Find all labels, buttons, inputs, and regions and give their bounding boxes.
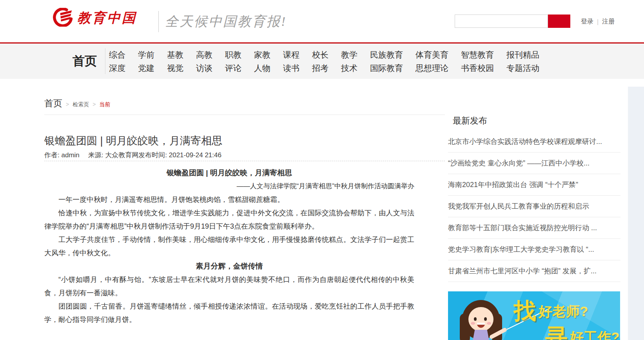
- nav-item[interactable]: 智慧教育: [461, 48, 494, 62]
- article-source: 来源: 大众教育网: [88, 151, 138, 159]
- article-paragraph: 恰逢中秋，为宣扬中秋节传统文化，增进学生实践能力，促进中外文化交流，在国际交流协…: [44, 206, 414, 233]
- latest-post-link[interactable]: “沙画绘党史 童心永向党” ——江西中小学校...: [448, 153, 620, 174]
- breadcrumb: 首页 > 检索页 > 当前: [44, 97, 110, 109]
- nav-item[interactable]: 综合: [109, 48, 125, 62]
- search-input[interactable]: [455, 15, 548, 28]
- nav-item[interactable]: 访谈: [196, 62, 212, 75]
- auth-links: 登录 | 注册: [581, 18, 615, 26]
- chevron-right-icon: >: [66, 101, 69, 107]
- article-publish-time: 发布时间: 2021-09-24 21:46: [138, 151, 221, 159]
- nav-column: 民族教育 国际教育: [370, 48, 403, 75]
- nav-divider: [105, 48, 105, 74]
- nav-item[interactable]: 高教: [196, 48, 212, 62]
- nav-item[interactable]: 学前: [138, 48, 154, 62]
- ad-banner[interactable]: 找好老师? 寻好工作?: [448, 291, 620, 340]
- nav-column: 校长 招考: [312, 48, 328, 75]
- ad-text-find: 找: [514, 298, 536, 323]
- nav-column: 高教 访谈: [196, 48, 212, 75]
- article-paragraph: ——人文与法律学院“月满寄相思”中秋月饼制作活动圆满举办: [44, 180, 414, 193]
- article-paragraph: “小饼如嚼月，中有酥与饴。”东坡居士早在宋代就对月饼的美味赞不绝口，而作为自唐朝…: [44, 273, 414, 300]
- nav-column: 家教 人物: [254, 48, 270, 75]
- cartoon-blush: [487, 322, 491, 325]
- ad-text-good-teacher: 好老师?: [539, 304, 588, 319]
- nav-item[interactable]: 评论: [225, 62, 241, 75]
- article-author: 作者: admin: [44, 151, 80, 159]
- main-nav: 首页 综合 深度 学前 党建 基教 视觉 高教 访谈 职教: [0, 44, 644, 79]
- nav-item[interactable]: 招考: [312, 62, 328, 75]
- article-meta-divider: [44, 161, 445, 161]
- article-paragraph: 一年一度中秋时，月满遥寄相思情。月饼饱装桃肉馅，雪糕甜砌蔗糖霜。: [44, 193, 414, 206]
- nav-column: 教学 技术: [341, 48, 357, 75]
- latest-posts-panel: 最新发布 北京市小学综合实践活动特色学校课程观摩研讨... “沙画绘党史 童心永…: [448, 115, 620, 282]
- nav-item[interactable]: 党建: [138, 62, 154, 75]
- breadcrumb-divider-line: [44, 115, 445, 115]
- nav-item[interactable]: 校长: [312, 48, 328, 62]
- cartoon-eye: [484, 317, 487, 321]
- cartoon-face: [468, 307, 493, 331]
- nav-item[interactable]: 思想理论: [415, 62, 448, 75]
- nav-menu: 综合 深度 学前 党建 基教 视觉 高教 访谈 职教 评论: [109, 48, 539, 75]
- nav-column: 学前 党建: [138, 48, 154, 75]
- teacher-cartoon-illustration: [455, 300, 514, 340]
- nav-home-link[interactable]: 首页: [73, 44, 97, 79]
- nav-item[interactable]: 书香校园: [461, 62, 494, 75]
- nav-item[interactable]: 国际教育: [370, 62, 403, 75]
- article-paragraph: 素月分辉，金饼传情: [44, 260, 414, 273]
- nav-item[interactable]: 家教: [254, 48, 270, 62]
- breadcrumb-current: 当前: [99, 101, 110, 108]
- nav-item[interactable]: 专题活动: [506, 62, 539, 75]
- site-logo[interactable]: 教育中国: [52, 8, 137, 28]
- nav-item[interactable]: 技术: [341, 62, 357, 75]
- article-title: 银蟾盈团圆 | 明月皎皎映，月满寄相思: [44, 134, 414, 148]
- nav-column: 基教 视觉: [167, 48, 183, 75]
- site-header: 教育中国 全天候中国教育报! 登录 | 注册: [0, 0, 644, 42]
- login-link[interactable]: 登录: [581, 18, 593, 26]
- nav-column: 课程 读书: [283, 48, 299, 75]
- page-background-band: [628, 87, 644, 340]
- latest-post-link[interactable]: 教育部等十五部门联合实施近视防控光明行动 ...: [448, 217, 620, 239]
- search-button[interactable]: [548, 15, 570, 28]
- nav-item[interactable]: 深度: [109, 62, 125, 75]
- latest-posts-title: 最新发布: [448, 115, 620, 126]
- ad-text-seek: 寻: [545, 324, 568, 340]
- article-body: 银蟾盈团圆 | 明月皎皎映，月满寄相思 ——人文与法律学院“月满寄相思”中秋月饼…: [44, 166, 414, 326]
- cartoon-eye: [474, 317, 477, 321]
- ad-text-good-job: 好工作?: [570, 329, 619, 340]
- auth-divider: |: [597, 18, 599, 25]
- cartoon-blush: [471, 322, 475, 325]
- latest-post-link[interactable]: 我党我军开创人民兵工教育事业的历程和启示: [448, 196, 620, 217]
- chevron-right-icon: >: [93, 101, 96, 107]
- latest-post-link[interactable]: 北京市小学综合实践活动特色学校课程观摩研讨...: [448, 131, 620, 153]
- nav-item[interactable]: 人物: [254, 62, 270, 75]
- breadcrumb-home[interactable]: 首页: [44, 97, 62, 109]
- breadcrumb-search-page[interactable]: 检索页: [73, 101, 89, 108]
- slogan-wrap: 全天候中国教育报!: [158, 11, 287, 32]
- nav-item[interactable]: 视觉: [167, 62, 183, 75]
- article-paragraph: 团团圆圆，千古留香。月饼遥寄缱绻情丝，倾手相授传递浓浓情谊。在活动现场，爱吃烹饪…: [44, 300, 414, 326]
- latest-post-link[interactable]: 党史学习教育|东华理工大学党史学习教育以 “...: [448, 239, 620, 260]
- latest-post-link[interactable]: 海南2021年中招政策出台 强调 “十个严禁”: [448, 174, 620, 196]
- nav-item[interactable]: 民族教育: [370, 48, 403, 62]
- nav-column: 综合 深度: [109, 48, 125, 75]
- nav-item[interactable]: 基教: [167, 48, 183, 62]
- cartoon-mouth: [477, 323, 485, 328]
- latest-post-link[interactable]: 甘肃省兰州市七里河区中小学 “抱团” 发展，扩...: [448, 260, 620, 282]
- article-paragraph: 工大学子共度佳节，手动传情，制作美味，用心细细传承中华文化，用手慢慢捻磨传统糕点…: [44, 233, 414, 260]
- nav-item[interactable]: 体育美育: [415, 48, 448, 62]
- nav-column: 智慧教育 书香校园: [461, 48, 494, 75]
- nav-column: 报刊精品 专题活动: [506, 48, 539, 75]
- article-meta: 作者: admin来源: 大众教育网发布时间: 2021-09-24 21:46: [44, 151, 221, 160]
- nav-column: 体育美育 思想理论: [415, 48, 448, 75]
- nav-column: 职教 评论: [225, 48, 241, 75]
- site-slogan: 全天候中国教育报!: [165, 13, 287, 31]
- nav-item[interactable]: 教学: [341, 48, 357, 62]
- nav-item[interactable]: 职教: [225, 48, 241, 62]
- nav-item[interactable]: 课程: [283, 48, 299, 62]
- register-link[interactable]: 注册: [602, 18, 615, 26]
- logo-crescent-flag-icon: [52, 8, 73, 28]
- logo-text: 教育中国: [77, 9, 137, 27]
- nav-item[interactable]: 报刊精品: [506, 48, 539, 62]
- nav-item[interactable]: 读书: [283, 62, 299, 75]
- latest-posts-list: 北京市小学综合实践活动特色学校课程观摩研讨... “沙画绘党史 童心永向党” —…: [448, 131, 620, 282]
- ad-text-line2: 寻好工作?: [545, 322, 619, 340]
